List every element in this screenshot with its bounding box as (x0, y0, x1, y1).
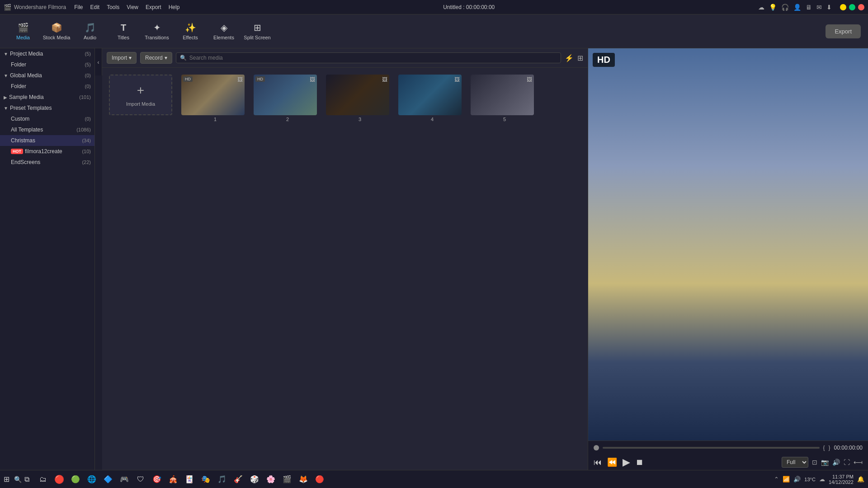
media-item-3[interactable]: 🖼 3 (326, 75, 394, 122)
taskbar-app-15[interactable]: 🌸 (264, 472, 278, 487)
toolbar-elements[interactable]: ◈ Elements (208, 17, 240, 45)
taskbar-explorer[interactable]: 🗂 (36, 472, 50, 487)
system-tray: ⌃ 📶 🔊 13°C ☁ 11:37 PM 14/12/2022 🔔 (774, 474, 864, 485)
taskbar-filmora[interactable]: 🎬 (280, 472, 294, 487)
tray-volume-icon[interactable]: 🔊 (793, 476, 801, 483)
taskbar-app-6[interactable]: 🎮 (117, 472, 132, 487)
toolbar-transitions[interactable]: ✦ Transitions (141, 17, 173, 45)
cloud-icon[interactable]: ☁ (758, 4, 764, 11)
toolbar-media[interactable]: 🎬 Media (7, 17, 39, 45)
media-item-1[interactable]: HD 🖼 1 (181, 75, 249, 122)
audio-button[interactable]: 🔊 (832, 459, 840, 466)
menu-tools[interactable]: Tools (107, 4, 119, 10)
out-point-bracket[interactable]: } (829, 445, 830, 451)
taskbar-app-3[interactable]: 🟢 (68, 472, 83, 487)
in-point-bracket[interactable]: { (823, 445, 825, 451)
fit-to-screen-button[interactable]: ⊡ (812, 459, 817, 466)
skip-back-button[interactable]: ⏮ (594, 458, 602, 467)
image-type-icon: 🖼 (527, 76, 532, 83)
play-button[interactable]: ▶ (623, 456, 630, 468)
tray-network-icon[interactable]: 📶 (783, 476, 790, 483)
taskbar-app-9[interactable]: 🎪 (166, 472, 180, 487)
grid-view-icon[interactable]: ⊞ (577, 54, 583, 62)
taskbar-app-8[interactable]: 🎯 (150, 472, 164, 487)
search-bar[interactable]: 🔍 (176, 52, 561, 63)
sidebar-item-all-templates[interactable]: All Templates (1086) (0, 124, 94, 135)
toolbar-audio[interactable]: 🎵 Audio (74, 17, 106, 45)
taskbar-app-11[interactable]: 🎭 (198, 472, 213, 487)
task-view-button[interactable]: ⧉ (24, 475, 29, 483)
sidebar-item-folder-global[interactable]: Folder (0) (0, 81, 94, 92)
export-button[interactable]: Export (826, 24, 861, 38)
plus-icon: + (137, 83, 144, 98)
monitor-icon[interactable]: 🖥 (806, 4, 812, 11)
taskbar-app-13[interactable]: 🎸 (231, 472, 245, 487)
import-media-card[interactable]: + Import Media (109, 75, 177, 122)
sidebar-item-folder-project[interactable]: Folder (5) (0, 59, 94, 70)
taskbar-app-14[interactable]: 🎲 (247, 472, 262, 487)
headset-icon[interactable]: 🎧 (781, 4, 789, 11)
stop-button[interactable]: ⏹ (636, 458, 644, 467)
sidebar-item-filmora12create[interactable]: HOT filmora12create (10) (0, 146, 94, 157)
sidebar-item-preset-templates[interactable]: ▼ Preset Templates (0, 103, 94, 113)
minimize-button[interactable] (840, 4, 846, 10)
toolbar-split-screen[interactable]: ⊞ Split Screen (241, 17, 273, 45)
extra-button[interactable]: ⟻ (854, 459, 863, 466)
timeline-position-indicator[interactable] (594, 445, 599, 450)
media-item-2[interactable]: HD 🖼 2 (254, 75, 321, 122)
panel-collapse-button[interactable]: ‹ (95, 48, 102, 75)
filter-icon[interactable]: ⚡ (565, 54, 574, 62)
clock[interactable]: 11:37 PM 14/12/2022 (829, 474, 854, 485)
import-button[interactable]: Import ▾ (107, 52, 137, 64)
sidebar-item-custom[interactable]: Custom (0) (0, 113, 94, 124)
toolbar-effects[interactable]: ✨ Effects (175, 17, 206, 45)
tray-weather-icon[interactable]: ☁ (819, 476, 825, 483)
menu-export[interactable]: Export (146, 4, 161, 10)
start-button[interactable]: ⊞ (4, 475, 9, 483)
sidebar-item-endscreens[interactable]: EndScreens (22) (0, 157, 94, 168)
maximize-button[interactable] (849, 4, 855, 10)
mail-icon[interactable]: ✉ (816, 4, 822, 11)
menu-edit[interactable]: Edit (90, 4, 100, 10)
sidebar-item-global-media[interactable]: ▼ Global Media (0) (0, 70, 94, 81)
record-button[interactable]: Record ▾ (140, 52, 172, 64)
media-item-5[interactable]: 🖼 5 (471, 75, 538, 122)
taskbar-search-icon[interactable]: 🔍 (14, 476, 22, 483)
tray-temperature: 13°C (804, 477, 816, 482)
effects-icon: ✨ (185, 22, 196, 33)
close-button[interactable] (858, 4, 864, 10)
search-input[interactable] (189, 55, 557, 61)
taskbar-chrome[interactable]: 🌐 (85, 472, 99, 487)
fullscreen-button[interactable]: ⛶ (844, 459, 850, 466)
arrow-icon: ▼ (4, 52, 8, 56)
taskbar-app-10[interactable]: 🃏 (182, 472, 197, 487)
tray-show-icons[interactable]: ⌃ (774, 476, 779, 483)
snapshot-button[interactable]: 📷 (821, 459, 829, 466)
app-name: Wondershare Filmora (14, 4, 66, 10)
toolbar-titles[interactable]: T Titles (108, 17, 139, 45)
timeline-scrubber[interactable] (603, 447, 820, 449)
user-icon[interactable]: 👤 (793, 4, 801, 11)
playback-right-controls: Full 50% 75% ⊡ 📷 🔊 ⛶ ⟻ (782, 457, 863, 468)
taskbar-app-2[interactable]: 🔴 (52, 472, 66, 487)
menu-file[interactable]: File (74, 4, 83, 10)
taskbar-app-12[interactable]: 🎵 (215, 472, 229, 487)
step-back-button[interactable]: ⏪ (607, 457, 617, 467)
taskbar-app-7[interactable]: 🛡 (133, 472, 148, 487)
zoom-select[interactable]: Full 50% 75% (782, 457, 808, 468)
taskbar-app-17[interactable]: 🦊 (296, 472, 311, 487)
taskbar-app-18[interactable]: 🔴 (312, 472, 327, 487)
notifications-icon[interactable]: 🔔 (857, 476, 864, 483)
menu-view[interactable]: View (127, 4, 138, 10)
media-item-4[interactable]: 🖼 4 (398, 75, 466, 122)
sidebar-item-sample-media[interactable]: ▶ Sample Media (101) (0, 92, 94, 103)
app-logo: 🎬 (4, 4, 11, 11)
taskbar-app-5[interactable]: 🔷 (101, 472, 115, 487)
sidebar-item-project-media[interactable]: ▼ Project Media (5) (0, 48, 94, 59)
toolbar-stock-media[interactable]: 📦 Stock Media (41, 17, 72, 45)
bulb-icon[interactable]: 💡 (769, 4, 777, 11)
menu-help[interactable]: Help (169, 4, 180, 10)
download-icon[interactable]: ⬇ (826, 4, 832, 11)
sidebar-item-christmas[interactable]: Christmas (34) (0, 135, 94, 146)
hot-badge: HOT (11, 149, 23, 154)
